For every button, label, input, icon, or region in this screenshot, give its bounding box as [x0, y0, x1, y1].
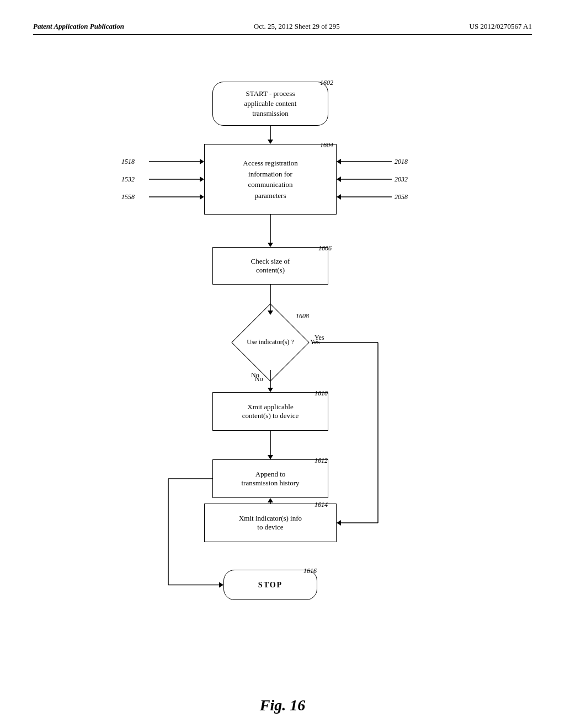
svg-marker-9: [268, 455, 273, 459]
node-1610-label: Xmit applicable content(s) to device: [242, 403, 299, 420]
svg-text:2032: 2032: [395, 175, 408, 183]
svg-marker-3: [268, 243, 273, 247]
date-sheet-label: Oct. 25, 2012 Sheet 29 of 295: [254, 22, 340, 31]
svg-marker-1: [268, 140, 273, 144]
svg-text:1532: 1532: [121, 175, 135, 183]
page: Patent Application Publication Oct. 25, …: [0, 0, 565, 728]
svg-marker-35: [337, 176, 341, 182]
node-1604-id: 1604: [320, 141, 333, 149]
svg-text:1518: 1518: [121, 158, 135, 165]
node-1608-id: 1608: [296, 312, 309, 320]
svg-marker-11: [268, 498, 273, 502]
svg-marker-7: [268, 388, 273, 392]
svg-marker-29: [200, 194, 204, 200]
node-1612: Append to transmission history: [212, 459, 328, 498]
node-1616-label: STOP: [258, 581, 282, 590]
node-1614: Xmit indicator(s) info to device: [204, 504, 337, 542]
node-1612-id: 1612: [315, 457, 328, 465]
node-1608: Use indicator(s) ?: [229, 315, 312, 370]
node-1614-label: Xmit indicator(s) info to device: [239, 514, 302, 532]
node-1602-label: START - process applicable content trans…: [244, 89, 297, 119]
svg-marker-26: [200, 176, 204, 182]
svg-text:2058: 2058: [395, 193, 408, 201]
node-1606-label: Check size of content(s): [251, 257, 290, 275]
svg-text:1558: 1558: [121, 193, 135, 201]
svg-marker-19: [219, 582, 223, 588]
node-1616-id: 1616: [303, 567, 317, 575]
node-1610-id: 1610: [315, 389, 328, 398]
node-1608-label: Use indicator(s) ?: [247, 338, 294, 347]
svg-text:2018: 2018: [395, 158, 408, 165]
node-1602-id: 1602: [320, 79, 333, 87]
node-1612-label: Append to transmission history: [241, 470, 299, 488]
node-1602: START - process applicable content trans…: [212, 82, 328, 126]
node-1604-label: Access registration information for comm…: [243, 158, 297, 201]
svg-marker-32: [337, 159, 341, 164]
node-1604: Access registration information for comm…: [204, 144, 337, 215]
node-1606: Check size of content(s): [212, 247, 328, 285]
no-label: No: [251, 371, 259, 379]
node-1610: Xmit applicable content(s) to device: [212, 392, 328, 431]
figure-caption: Fig. 16: [33, 697, 532, 714]
svg-marker-15: [337, 520, 341, 526]
patent-number-label: US 2012/0270567 A1: [470, 22, 532, 31]
svg-marker-38: [337, 194, 341, 200]
flowchart-diagram: NoYes151815321558201820322058 START - pr…: [33, 51, 532, 686]
node-1614-id: 1614: [315, 501, 328, 509]
publication-label: Patent Application Publication: [33, 22, 124, 31]
page-header: Patent Application Publication Oct. 25, …: [33, 22, 532, 35]
svg-marker-23: [200, 159, 204, 164]
yes-label: Yes: [310, 338, 319, 346]
node-1606-id: 1606: [318, 244, 332, 253]
